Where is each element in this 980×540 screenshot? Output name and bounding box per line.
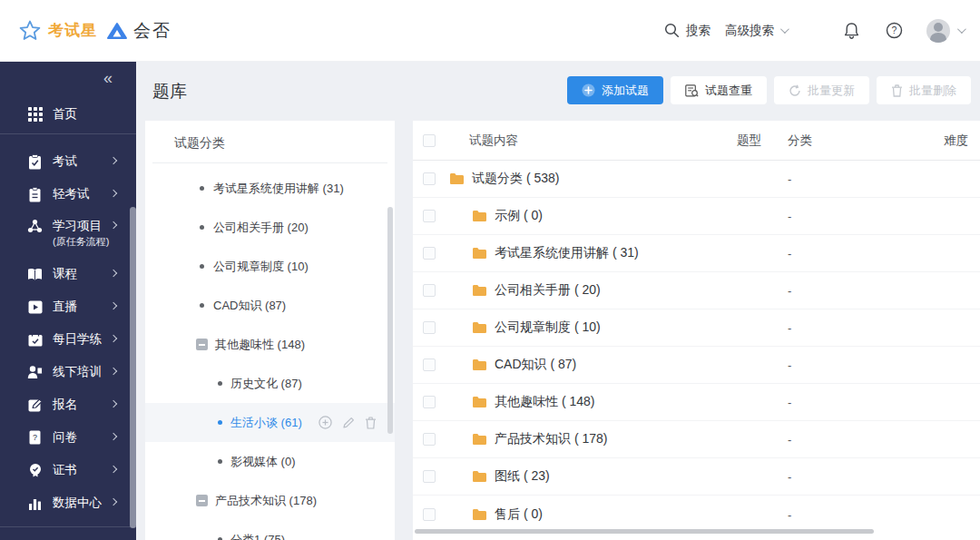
sidebar-item-offline-training[interactable]: 线下培训 — [0, 356, 136, 388]
table-horizontal-scrollbar[interactable] — [415, 529, 874, 534]
batch-update-button[interactable]: 批量更新 — [774, 76, 869, 104]
delete-category-icon[interactable] — [365, 417, 377, 429]
category-panel-scrollbar[interactable] — [387, 207, 393, 434]
tree-item[interactable]: 公司规章制度 (10) — [145, 247, 395, 286]
sidebar-item-label: 每日学练 — [53, 331, 102, 348]
sidebar-item-label: 线下培训 — [53, 364, 102, 380]
table-row[interactable]: 考试星系统使用讲解 ( 31) - — [413, 235, 980, 272]
sidebar-item-label: 问卷 — [53, 429, 77, 446]
sidebar-item-label: 课程 — [53, 266, 77, 282]
tree-item-label: 考试星系统使用讲解 (31) — [213, 181, 344, 197]
sidebar-scrollbar[interactable] — [130, 207, 136, 528]
sidebar-item-live[interactable]: 直播 — [0, 290, 136, 323]
row-checkbox[interactable] — [423, 433, 436, 446]
table-row[interactable]: 售后 ( 0) - — [413, 496, 980, 533]
sidebar-collapse-button[interactable]: « — [103, 69, 113, 88]
tree-item-label: 历史文化 (87) — [230, 376, 302, 392]
table-row[interactable]: 图纸 ( 23) - — [413, 458, 980, 496]
sidebar-item-exam[interactable]: 考试 — [0, 145, 136, 178]
sidebar-item-label: 报名 — [53, 397, 77, 413]
tree-item[interactable]: CAD知识 (87) — [145, 286, 395, 325]
sidebar-nav: 考试 轻考试 学习项目 (原任务流程) — [0, 145, 136, 519]
tree-item-label: 分类1 (75) — [230, 532, 285, 540]
row-checkbox[interactable] — [423, 508, 436, 521]
sidebar-item-survey[interactable]: ? 问卷 — [0, 421, 136, 454]
help-button[interactable]: ? — [886, 22, 903, 39]
column-header-type: 题型 — [737, 133, 761, 149]
folder-icon — [472, 247, 487, 260]
partner-logo[interactable]: 会否 — [106, 19, 172, 43]
folder-icon — [472, 321, 487, 334]
select-all-checkbox[interactable] — [423, 134, 436, 147]
tree-item-expandable[interactable]: 其他趣味性 (148) — [145, 325, 395, 364]
sidebar-item-registration[interactable]: 报名 — [0, 388, 136, 421]
sidebar-divider — [0, 526, 136, 527]
tree-item[interactable]: 公司相关手册 (20) — [145, 208, 395, 247]
collapse-minus-icon[interactable] — [196, 339, 208, 350]
table-row[interactable]: 产品技术知识 ( 178) - — [413, 421, 980, 458]
sidebar-item-certificate[interactable]: 证书 — [0, 454, 136, 486]
tree-item-label: 公司规章制度 (10) — [213, 259, 309, 275]
row-name: CAD知识 ( 87) — [495, 357, 576, 373]
row-category: - — [788, 284, 791, 298]
table-row[interactable]: 公司规章制度 ( 10) - — [413, 309, 980, 347]
table-row[interactable]: 公司相关手册 ( 20) - — [413, 272, 980, 309]
tree-item-label: 其他趣味性 (148) — [215, 337, 305, 353]
user-menu[interactable] — [926, 19, 964, 43]
tree-item-selected[interactable]: 生活小谈 (61) — [145, 403, 395, 442]
question-table-panel: 试题内容 题型 分类 难度 试题分类 ( 538) - 示例 ( 0) - 考试… — [413, 121, 980, 540]
batch-delete-label: 批量删除 — [909, 83, 956, 99]
chevron-right-icon — [110, 433, 117, 440]
sidebar-item-learning-project[interactable]: 学习项目 (原任务流程) — [0, 211, 136, 258]
row-checkbox[interactable] — [423, 321, 436, 334]
row-category: - — [788, 321, 791, 335]
edit-category-icon[interactable] — [342, 417, 355, 429]
batch-delete-button[interactable]: 批量删除 — [877, 76, 971, 104]
brand-logo[interactable]: 考试星 — [18, 19, 97, 43]
row-checkbox[interactable] — [423, 284, 436, 297]
tree-item-expandable[interactable]: 产品技术知识 (178) — [145, 481, 395, 520]
row-name: 公司规章制度 ( 10) — [495, 319, 601, 336]
tree-item[interactable]: 考试星系统使用讲解 (31) — [145, 169, 395, 208]
tree-item[interactable]: 影视媒体 (0) — [145, 442, 395, 481]
sidebar-item-label: 证书 — [53, 462, 77, 478]
tree-item[interactable]: 历史文化 (87) — [145, 364, 395, 403]
partner-name: 会否 — [133, 19, 172, 43]
sidebar-item-daily-practice[interactable]: 每日学练 — [0, 323, 136, 356]
row-checkbox[interactable] — [423, 396, 436, 408]
row-checkbox[interactable] — [423, 247, 436, 260]
column-header-content: 试题内容 — [469, 133, 518, 149]
notification-bell-button[interactable] — [843, 22, 860, 40]
row-category: - — [788, 507, 791, 521]
sidebar-item-light-exam[interactable]: 轻考试 — [0, 178, 136, 211]
bar-chart-icon — [27, 496, 43, 511]
table-row[interactable]: 其他趣味性 ( 148) - — [413, 384, 980, 421]
row-checkbox[interactable] — [423, 210, 436, 222]
row-checkbox[interactable] — [423, 358, 436, 371]
row-name: 其他趣味性 ( 148) — [495, 394, 594, 410]
search-trigger[interactable]: 搜索 — [664, 23, 710, 39]
row-name: 售后 ( 0) — [495, 506, 543, 523]
table-row[interactable]: 试题分类 ( 538) - — [413, 161, 980, 198]
collapse-minus-icon[interactable] — [196, 495, 208, 506]
avatar — [926, 19, 950, 43]
bullet-icon — [200, 303, 204, 308]
search-icon — [664, 23, 680, 38]
sidebar-item-home[interactable]: 首页 — [0, 98, 136, 131]
sidebar-item-course[interactable]: 课程 — [0, 258, 136, 290]
row-checkbox[interactable] — [423, 172, 436, 185]
table-row[interactable]: CAD知识 ( 87) - — [413, 347, 980, 384]
row-checkbox[interactable] — [423, 470, 436, 483]
sidebar-item-label: 数据中心 — [53, 495, 102, 511]
category-panel: 试题分类 考试星系统使用讲解 (31) 公司相关手册 (20) 公司规章制度 (… — [145, 121, 395, 540]
calendar-check-icon — [27, 332, 43, 348]
tree-item[interactable]: 分类1 (75) — [145, 520, 395, 540]
add-subcategory-icon[interactable] — [318, 416, 332, 429]
duplicate-check-button[interactable]: 试题查重 — [671, 76, 767, 104]
advanced-search-trigger[interactable]: 高级搜索 — [725, 23, 787, 39]
add-question-button[interactable]: 添加试题 — [567, 76, 663, 104]
sidebar-item-data-center[interactable]: 数据中心 — [0, 486, 136, 519]
bell-icon — [843, 22, 860, 40]
badge-icon — [27, 463, 43, 478]
table-row[interactable]: 示例 ( 0) - — [413, 198, 980, 235]
